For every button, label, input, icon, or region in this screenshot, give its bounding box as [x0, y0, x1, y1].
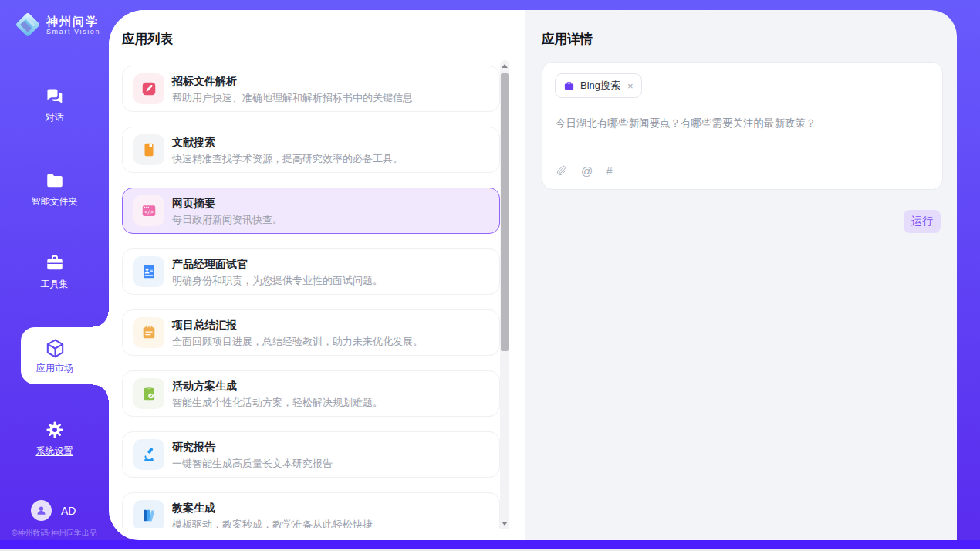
app-list: 招标文件解析 帮助用户快速、准确地理解和解析招标书中的关键信息 文献搜索 快速精…: [122, 66, 500, 528]
app-desc: 每日政府新闻资讯快查。: [172, 213, 282, 227]
app-detail-panel: 应用详情 Bing搜索 × 今日湖北有哪些新闻要点？有哪些需要关注的最新政策？ …: [525, 10, 957, 540]
app-icon-box: [133, 378, 164, 409]
brand-tagline: Smart Vision: [46, 28, 100, 35]
webpage-code-icon: </>: [140, 202, 157, 219]
app-list-panel: 应用列表 招标文件解析 帮助用户快速、准确地理解和解析招标书中的关键信息: [109, 10, 525, 540]
app-desc: 全面回顾项目进展，总结经验教训，助力未来优化发展。: [172, 335, 423, 349]
app-card-project-summary[interactable]: 项目总结汇报 全面回顾项目进展，总结经验教训，助力未来优化发展。: [122, 309, 500, 356]
person-icon: [35, 505, 47, 516]
app-card-event-plan[interactable]: 活动方案生成 智能生成个性化活动方案，轻松解决规划难题。: [122, 370, 500, 417]
svg-text:</>: </>: [144, 209, 154, 215]
avatar: [31, 500, 52, 521]
run-button[interactable]: 运行: [904, 210, 941, 233]
app-icon-box: [133, 439, 164, 470]
app-icon-box: [133, 317, 164, 348]
toolbox-icon: [45, 253, 65, 273]
sidebar-item-label: 工具集: [41, 278, 69, 291]
app-title: 活动方案生成: [172, 380, 237, 394]
sidebar-item-label: 应用市场: [36, 362, 73, 375]
app-title: 网页摘要: [172, 197, 215, 211]
app-desc: 明确身份和职责，为您提供专业性的面试问题。: [172, 274, 383, 288]
close-icon[interactable]: ×: [627, 80, 634, 92]
folder-icon: [45, 171, 65, 191]
books-icon: [140, 507, 157, 524]
app-desc: 帮助用户快速、准确地理解和解析招标书中的关键信息: [172, 91, 413, 105]
app-desc: 模板驱动，教案秒成，教学准备从此轻松快捷: [172, 518, 373, 528]
microscope-icon: [140, 446, 157, 463]
app-title: 研究报告: [172, 441, 215, 455]
clipboard-check-icon: [140, 385, 157, 402]
brand-name: 神州问学: [46, 15, 100, 28]
app-list-title: 应用列表: [122, 31, 173, 48]
chat-icon: [45, 86, 65, 106]
sidebar: 神州问学 Smart Vision 对话 智能文件夹 工具集: [0, 0, 109, 540]
app-card-lesson-plan[interactable]: 教案生成 模板驱动，教案秒成，教学准备从此轻松快捷: [122, 492, 500, 528]
app-desc: 快速精准查找学术资源，提高研究效率的必备工具。: [172, 152, 403, 166]
user-account[interactable]: AD: [31, 500, 76, 521]
app-title: 项目总结汇报: [172, 319, 237, 333]
user-name: AD: [61, 505, 76, 517]
app-card-web-summary-selected[interactable]: </> 网页摘要 每日政府新闻资讯快查。: [122, 188, 500, 234]
scrollbar-thumb[interactable]: [501, 73, 509, 351]
gear-icon: [45, 420, 65, 440]
topic-icon[interactable]: #: [606, 164, 612, 177]
app-title: 招标文件解析: [172, 75, 237, 89]
content-shell: 应用列表 招标文件解析 帮助用户快速、准确地理解和解析招标书中的关键信息: [109, 10, 957, 540]
resume-icon: [140, 263, 157, 280]
tool-tag-label: Bing搜索: [580, 79, 620, 93]
app-card-research-report[interactable]: 研究报告 一键智能生成高质量长文本研究报告: [122, 431, 500, 478]
app-icon-box: </>: [133, 195, 164, 226]
app-icon-box: [133, 500, 164, 528]
app-icon-box: [133, 73, 164, 104]
notepad-icon: [140, 324, 157, 341]
app-card-literature-search[interactable]: 文献搜索 快速精准查找学术资源，提高研究效率的必备工具。: [122, 127, 500, 173]
sidebar-item-label: 系统设置: [36, 445, 73, 458]
app-card-bid-parse[interactable]: 招标文件解析 帮助用户快速、准确地理解和解析招标书中的关键信息: [122, 66, 500, 112]
bottom-strip: [0, 540, 980, 549]
list-scrollbar[interactable]: [500, 60, 509, 529]
app-desc: 一键智能生成高质量长文本研究报告: [172, 457, 333, 471]
app-desc: 智能生成个性化活动方案，轻松解决规划难题。: [172, 396, 383, 410]
cube-icon: [44, 337, 66, 360]
tool-tag-bing-search[interactable]: Bing搜索 ×: [555, 73, 642, 98]
sidebar-item-smart-folder[interactable]: 智能文件夹: [0, 171, 109, 208]
app-title: 教案生成: [172, 502, 215, 516]
brand-logo: 神州问学 Smart Vision: [14, 11, 100, 39]
app-detail-title: 应用详情: [542, 31, 593, 48]
app-icon-box: [133, 256, 164, 287]
app-title: 产品经理面试官: [172, 258, 248, 272]
sidebar-item-chat[interactable]: 对话: [0, 86, 109, 124]
sidebar-item-settings[interactable]: 系统设置: [0, 420, 109, 458]
paperclip-icon[interactable]: [556, 164, 568, 177]
app-icon-box: [133, 134, 164, 165]
mention-icon[interactable]: @: [581, 164, 593, 177]
prompt-card: Bing搜索 × 今日湖北有哪些新闻要点？有哪些需要关注的最新政策？ @ #: [542, 62, 943, 190]
copyright-footer: ©神州数码·神州问学出品: [0, 528, 109, 539]
book-icon: [140, 141, 157, 158]
prompt-toolbar: @ #: [556, 164, 613, 177]
app-card-pm-interviewer[interactable]: 产品经理面试官 明确身份和职责，为您提供专业性的面试问题。: [122, 248, 500, 295]
edit-icon: [140, 80, 157, 97]
app-title: 文献搜索: [172, 136, 215, 150]
sidebar-item-toolset[interactable]: 工具集: [0, 253, 109, 291]
diamond-logo-icon: [14, 11, 42, 39]
scroll-down-arrow-icon[interactable]: [502, 522, 508, 526]
prompt-input[interactable]: 今日湖北有哪些新闻要点？有哪些需要关注的最新政策？: [556, 117, 926, 130]
sidebar-item-app-market-selected[interactable]: 应用市场: [21, 327, 109, 384]
sidebar-item-label: 对话: [46, 111, 64, 124]
sidebar-item-label: 智能文件夹: [32, 195, 78, 208]
scroll-up-arrow-icon[interactable]: [502, 64, 508, 68]
briefcase-icon: [563, 80, 575, 92]
